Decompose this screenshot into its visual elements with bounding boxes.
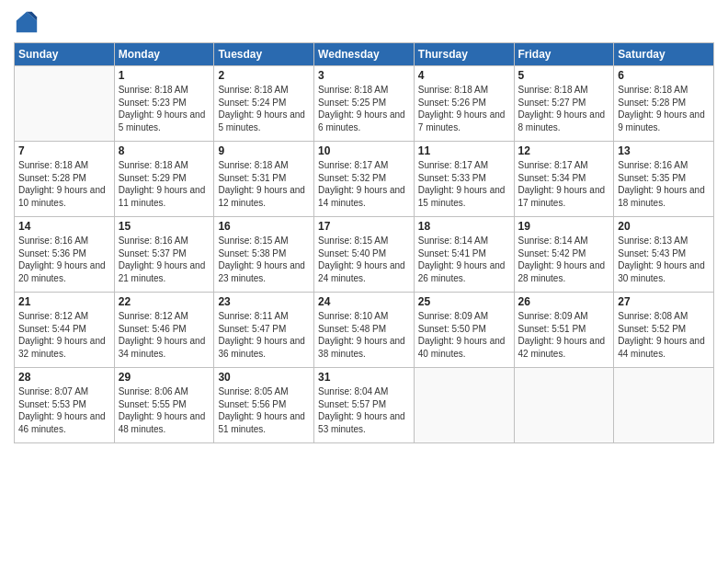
daylight-text-2: 32 minutes. xyxy=(18,348,110,361)
calendar-cell: 1Sunrise: 8:18 AMSunset: 5:23 PMDaylight… xyxy=(114,66,214,142)
daylight-text: Daylight: 9 hours and xyxy=(318,109,410,121)
day-number: 19 xyxy=(518,220,610,233)
day-number: 10 xyxy=(318,144,410,157)
sunset-text: Sunset: 5:32 PM xyxy=(318,172,410,185)
sunset-text: Sunset: 5:33 PM xyxy=(418,172,510,185)
sunset-text: Sunset: 5:50 PM xyxy=(418,323,510,336)
daylight-text: Daylight: 9 hours and xyxy=(418,184,510,197)
daylight-text-2: 46 minutes. xyxy=(18,423,110,436)
day-number: 4 xyxy=(418,69,510,82)
daylight-text: Daylight: 9 hours and xyxy=(218,109,310,121)
sunrise-text: Sunrise: 8:18 AM xyxy=(218,84,310,97)
sunrise-text: Sunrise: 8:16 AM xyxy=(18,235,110,247)
calendar-cell xyxy=(15,66,115,142)
sunset-text: Sunset: 5:43 PM xyxy=(618,247,710,260)
day-number: 22 xyxy=(119,295,210,308)
day-number: 16 xyxy=(218,220,310,233)
sunrise-text: Sunrise: 8:14 AM xyxy=(518,235,610,247)
sunrise-text: Sunrise: 8:18 AM xyxy=(418,84,510,97)
sunrise-text: Sunrise: 8:07 AM xyxy=(18,385,110,398)
calendar-cell: 23Sunrise: 8:11 AMSunset: 5:47 PMDayligh… xyxy=(214,293,314,368)
day-number: 11 xyxy=(418,144,510,157)
sunrise-text: Sunrise: 8:09 AM xyxy=(418,310,510,323)
sunrise-text: Sunrise: 8:04 AM xyxy=(318,385,410,398)
day-number: 25 xyxy=(418,295,510,308)
day-number: 12 xyxy=(518,144,610,157)
daylight-text: Daylight: 9 hours and xyxy=(518,109,610,121)
sunset-text: Sunset: 5:46 PM xyxy=(119,323,210,336)
sunset-text: Sunset: 5:52 PM xyxy=(618,323,710,336)
daylight-text-2: 11 minutes. xyxy=(119,197,210,210)
sunset-text: Sunset: 5:44 PM xyxy=(18,323,110,336)
daylight-text-2: 23 minutes. xyxy=(218,272,310,285)
daylight-text-2: 8 minutes. xyxy=(518,121,610,134)
day-number: 17 xyxy=(318,220,410,233)
sunset-text: Sunset: 5:23 PM xyxy=(119,97,210,109)
calendar-cell: 26Sunrise: 8:09 AMSunset: 5:51 PMDayligh… xyxy=(514,293,614,368)
daylight-text: Daylight: 9 hours and xyxy=(119,184,210,197)
calendar-cell xyxy=(614,368,714,443)
calendar-cell: 10Sunrise: 8:17 AMSunset: 5:32 PMDayligh… xyxy=(314,142,415,217)
sunrise-text: Sunrise: 8:18 AM xyxy=(119,84,210,97)
day-number: 13 xyxy=(618,144,710,157)
day-number: 6 xyxy=(618,69,710,82)
sunrise-text: Sunrise: 8:18 AM xyxy=(18,159,110,172)
day-number: 20 xyxy=(618,220,710,233)
calendar-cell xyxy=(414,368,514,443)
sunrise-text: Sunrise: 8:05 AM xyxy=(218,385,310,398)
sunset-text: Sunset: 5:26 PM xyxy=(418,97,510,109)
sunset-text: Sunset: 5:25 PM xyxy=(318,97,410,109)
calendar-cell: 11Sunrise: 8:17 AMSunset: 5:33 PMDayligh… xyxy=(414,142,514,217)
calendar-cell: 6Sunrise: 8:18 AMSunset: 5:28 PMDaylight… xyxy=(614,66,714,142)
calendar-cell: 20Sunrise: 8:13 AMSunset: 5:43 PMDayligh… xyxy=(614,217,714,293)
calendar-cell: 12Sunrise: 8:17 AMSunset: 5:34 PMDayligh… xyxy=(514,142,614,217)
daylight-text: Daylight: 9 hours and xyxy=(18,410,110,423)
sunset-text: Sunset: 5:51 PM xyxy=(518,323,610,336)
sunrise-text: Sunrise: 8:17 AM xyxy=(318,159,410,172)
col-header-wednesday: Wednesday xyxy=(314,43,415,66)
daylight-text-2: 36 minutes. xyxy=(218,348,310,361)
sunrise-text: Sunrise: 8:13 AM xyxy=(618,235,710,247)
sunrise-text: Sunrise: 8:17 AM xyxy=(518,159,610,172)
sunset-text: Sunset: 5:31 PM xyxy=(218,172,310,185)
daylight-text: Daylight: 9 hours and xyxy=(119,259,210,272)
week-row-0: 1Sunrise: 8:18 AMSunset: 5:23 PMDaylight… xyxy=(15,66,714,142)
day-number: 31 xyxy=(318,371,410,384)
daylight-text-2: 7 minutes. xyxy=(418,121,510,134)
daylight-text: Daylight: 9 hours and xyxy=(418,259,510,272)
daylight-text: Daylight: 9 hours and xyxy=(318,410,410,423)
daylight-text: Daylight: 9 hours and xyxy=(618,335,710,348)
daylight-text-2: 21 minutes. xyxy=(119,272,210,285)
daylight-text: Daylight: 9 hours and xyxy=(418,109,510,121)
sunset-text: Sunset: 5:27 PM xyxy=(518,97,610,109)
daylight-text-2: 38 minutes. xyxy=(318,348,410,361)
daylight-text: Daylight: 9 hours and xyxy=(618,259,710,272)
calendar-cell: 22Sunrise: 8:12 AMSunset: 5:46 PMDayligh… xyxy=(114,293,214,368)
sunrise-text: Sunrise: 8:15 AM xyxy=(318,235,410,247)
calendar-cell: 4Sunrise: 8:18 AMSunset: 5:26 PMDaylight… xyxy=(414,66,514,142)
daylight-text-2: 30 minutes. xyxy=(618,272,710,285)
sunset-text: Sunset: 5:28 PM xyxy=(18,172,110,185)
logo-icon xyxy=(14,9,40,35)
daylight-text: Daylight: 9 hours and xyxy=(218,410,310,423)
calendar-table: SundayMondayTuesdayWednesdayThursdayFrid… xyxy=(14,42,714,443)
daylight-text: Daylight: 9 hours and xyxy=(218,335,310,348)
daylight-text: Daylight: 9 hours and xyxy=(618,109,710,121)
logo xyxy=(14,9,43,35)
col-header-saturday: Saturday xyxy=(614,43,714,66)
daylight-text-2: 15 minutes. xyxy=(418,197,510,210)
page-container: SundayMondayTuesdayWednesdayThursdayFrid… xyxy=(0,0,728,453)
day-number: 3 xyxy=(318,69,410,82)
sunrise-text: Sunrise: 8:12 AM xyxy=(18,310,110,323)
sunset-text: Sunset: 5:48 PM xyxy=(318,323,410,336)
calendar-cell: 9Sunrise: 8:18 AMSunset: 5:31 PMDaylight… xyxy=(214,142,314,217)
calendar-cell: 14Sunrise: 8:16 AMSunset: 5:36 PMDayligh… xyxy=(15,217,115,293)
daylight-text: Daylight: 9 hours and xyxy=(119,410,210,423)
daylight-text-2: 24 minutes. xyxy=(318,272,410,285)
calendar-cell: 16Sunrise: 8:15 AMSunset: 5:38 PMDayligh… xyxy=(214,217,314,293)
day-number: 26 xyxy=(518,295,610,308)
sunset-text: Sunset: 5:36 PM xyxy=(18,247,110,260)
day-number: 27 xyxy=(618,295,710,308)
daylight-text-2: 17 minutes. xyxy=(518,197,610,210)
day-number: 14 xyxy=(18,220,110,233)
